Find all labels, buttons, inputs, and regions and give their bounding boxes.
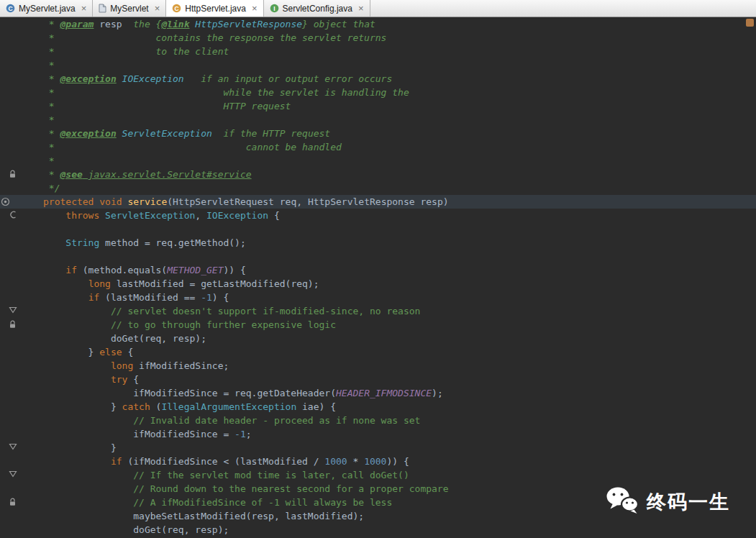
code-text: ifModifiedSince = -1; <box>24 427 252 441</box>
code-text: doGet(req, resp); <box>24 523 229 537</box>
gutter <box>0 250 24 263</box>
gutter <box>0 373 24 386</box>
code-line[interactable]: * to the client <box>0 45 756 58</box>
gutter <box>0 72 24 86</box>
gutter <box>0 236 24 250</box>
code-text: * contains the response the servlet retu… <box>24 31 386 45</box>
code-text: } <box>24 441 117 455</box>
code-text: // servlet doesn't support if-modified-s… <box>24 304 420 318</box>
code-text: doGet(req, resp); <box>24 332 206 345</box>
code-line[interactable]: * @param resp the {@link HttpServletResp… <box>0 17 756 31</box>
code-line[interactable]: */ <box>0 181 756 195</box>
tab-servletconfig-java[interactable]: IServletConfig.java× <box>264 0 370 17</box>
code-line[interactable]: * @see javax.servlet.Servlet#service <box>0 168 756 181</box>
code-line[interactable]: try { <box>0 373 756 386</box>
triangle-down-icon-gutter[interactable] <box>0 441 24 455</box>
code-text: * <box>24 154 55 168</box>
code-line[interactable]: } catch (IllegalArgumentException iae) { <box>0 400 756 414</box>
tab-close-icon[interactable]: × <box>155 4 160 13</box>
svg-text:C: C <box>8 5 12 12</box>
gutter <box>0 400 24 414</box>
code-line[interactable]: * contains the response the servlet retu… <box>0 31 756 45</box>
code-text: } else { <box>24 345 133 359</box>
code-line[interactable]: doGet(req, resp); <box>0 332 756 345</box>
tab-myservlet-java[interactable]: CMyServlet.java× <box>0 0 93 17</box>
error-stripe-indicator[interactable] <box>746 19 754 27</box>
code-line[interactable]: if (method.equals(METHOD_GET)) { <box>0 263 756 277</box>
gutter <box>0 222 24 236</box>
code-line[interactable]: String method = req.getMethod(); <box>0 236 756 250</box>
gutter <box>0 113 24 127</box>
tab-label: ServletConfig.java <box>283 4 352 14</box>
code-line[interactable] <box>0 222 756 236</box>
code-area: * @param resp the {@link HttpServletResp… <box>0 17 756 537</box>
gutter <box>0 427 24 441</box>
gutter <box>0 455 24 468</box>
code-line[interactable]: ifModifiedSince = -1; <box>0 427 756 441</box>
code-line[interactable]: protected void service(HttpServletReques… <box>0 195 756 209</box>
code-text: } catch (IllegalArgumentException iae) { <box>24 400 336 414</box>
code-line[interactable]: long lastModified = getLastModified(req)… <box>0 277 756 291</box>
triangle-down-icon-gutter[interactable] <box>0 304 24 318</box>
code-line[interactable]: // Invalid date header - proceed as if n… <box>0 414 756 427</box>
arc-icon-gutter[interactable] <box>0 209 24 222</box>
gutter <box>0 277 24 291</box>
code-text: try { <box>24 373 139 386</box>
lock-icon-gutter[interactable] <box>0 168 24 181</box>
code-text: * @see javax.servlet.Servlet#service <box>24 168 252 181</box>
code-line[interactable]: * <box>0 154 756 168</box>
code-line[interactable]: * while the servlet is handling the <box>0 86 756 99</box>
triangle-down-icon-gutter[interactable] <box>0 468 24 482</box>
code-line[interactable]: long ifModifiedSince; <box>0 359 756 373</box>
gutter <box>0 523 24 537</box>
code-text: */ <box>24 181 60 195</box>
code-line[interactable]: * <box>0 58 756 72</box>
code-text: if (method.equals(METHOD_GET)) { <box>24 263 246 277</box>
code-text: throws ServletException, IOException { <box>24 209 280 222</box>
code-line[interactable]: } else { <box>0 345 756 359</box>
code-line[interactable]: * @exception IOException if an input or … <box>0 72 756 86</box>
lock-icon-gutter[interactable] <box>0 496 24 509</box>
code-line[interactable]: * <box>0 113 756 127</box>
code-text: * while the servlet is handling the <box>24 86 409 99</box>
code-line[interactable]: ifModifiedSince = req.getDateHeader(HEAD… <box>0 386 756 400</box>
code-text: // to go through further expensive logic <box>24 318 336 332</box>
gutter <box>0 58 24 72</box>
code-line[interactable]: doGet(req, resp); <box>0 523 756 537</box>
tab-label: MyServlet <box>110 4 148 14</box>
tab-myservlet[interactable]: MyServlet× <box>93 0 166 17</box>
code-line[interactable]: } <box>0 441 756 455</box>
editor-tab-bar: CMyServlet.java×MyServlet×CHttpServlet.j… <box>0 0 756 17</box>
code-text: long lastModified = getLastModified(req)… <box>24 277 319 291</box>
svg-text:C: C <box>175 5 179 12</box>
tab-label: MyServlet.java <box>19 4 76 14</box>
code-line[interactable]: * @exception ServletException if the HTT… <box>0 127 756 140</box>
code-line[interactable]: if (ifModifiedSince < (lastModified / 10… <box>0 455 756 468</box>
code-text: * <box>24 58 55 72</box>
code-line[interactable]: // to go through further expensive logic <box>0 318 756 332</box>
code-line[interactable]: // If the servlet mod time is later, cal… <box>0 468 756 482</box>
code-line[interactable] <box>0 250 756 263</box>
code-text <box>24 222 43 236</box>
watermark: 终码一生 <box>606 486 730 517</box>
code-text: long ifModifiedSince; <box>24 359 229 373</box>
gutter <box>0 263 24 277</box>
code-line[interactable]: * HTTP request <box>0 99 756 113</box>
code-editor[interactable]: * @param resp the {@link HttpServletResp… <box>0 17 756 538</box>
gutter <box>0 99 24 113</box>
tab-httpservlet-java[interactable]: CHttpServlet.java× <box>166 0 263 17</box>
tab-close-icon[interactable]: × <box>358 4 364 13</box>
code-line[interactable]: // servlet doesn't support if-modified-s… <box>0 304 756 318</box>
code-text: // Invalid date header - proceed as if n… <box>24 414 420 427</box>
tab-close-icon[interactable]: × <box>81 4 87 13</box>
code-line[interactable]: * cannot be handled <box>0 140 756 154</box>
code-line[interactable]: throws ServletException, IOException { <box>0 209 756 222</box>
tab-close-icon[interactable]: × <box>252 4 258 13</box>
gutter <box>0 127 24 140</box>
circle-dot-icon-gutter[interactable] <box>0 195 24 209</box>
tab-label: HttpServlet.java <box>185 4 246 14</box>
gutter <box>0 86 24 99</box>
code-line[interactable]: if (lastModified == -1) { <box>0 291 756 304</box>
lock-icon-gutter[interactable] <box>0 318 24 332</box>
gutter <box>0 509 24 523</box>
